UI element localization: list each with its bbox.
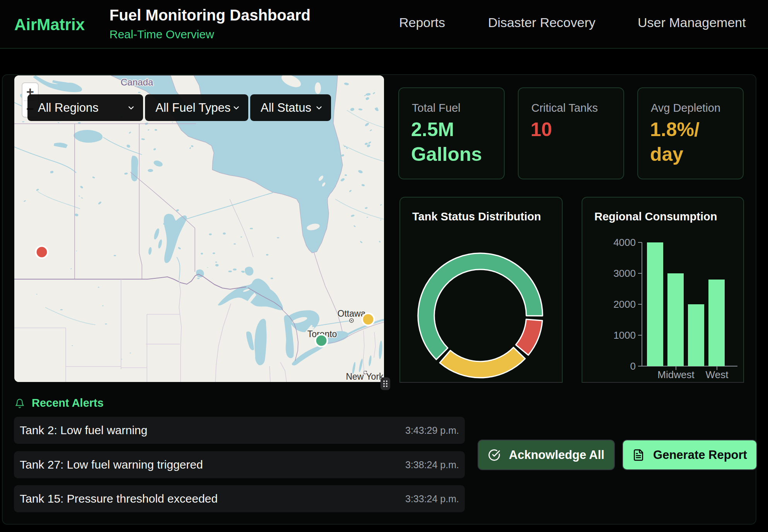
svg-text:Canada: Canada xyxy=(121,77,154,87)
svg-text:West: West xyxy=(706,369,729,380)
svg-text:1000: 1000 xyxy=(613,329,636,341)
svg-text:3000: 3000 xyxy=(613,268,636,279)
svg-text:Ottawa: Ottawa xyxy=(338,309,366,319)
svg-text:0: 0 xyxy=(630,360,636,372)
svg-text:New York: New York xyxy=(346,372,384,382)
svg-text:Midwest: Midwest xyxy=(657,369,695,380)
svg-text:4000: 4000 xyxy=(613,237,636,248)
svg-text:2000: 2000 xyxy=(613,298,636,310)
